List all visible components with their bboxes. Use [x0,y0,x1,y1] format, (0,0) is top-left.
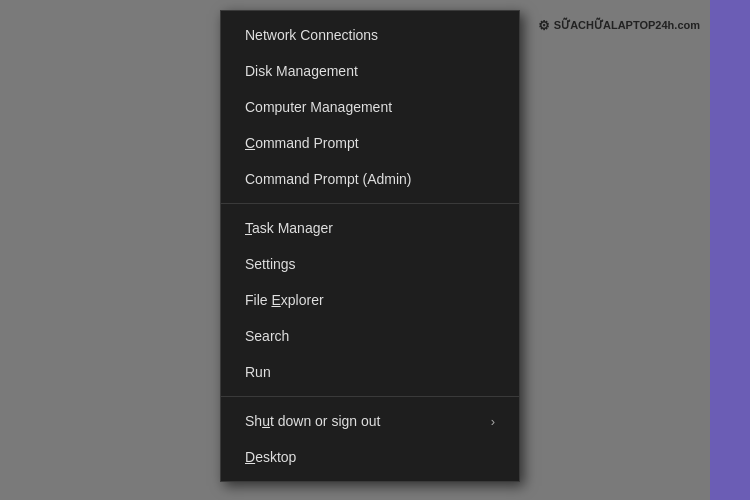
context-menu: Network Connections Disk Management Comp… [220,10,520,482]
menu-label: File Explorer [245,292,324,308]
menu-item-computer-management[interactable]: Computer Management [221,89,519,125]
divider-1 [221,203,519,204]
menu-item-desktop[interactable]: Desktop [221,439,519,475]
menu-item-disk-management[interactable]: Disk Management [221,53,519,89]
taskbar-strip [710,0,750,500]
menu-item-file-explorer[interactable]: File Explorer [221,282,519,318]
underline-e: E [271,292,280,308]
menu-label: Command Prompt (Admin) [245,171,412,187]
menu-item-command-prompt-admin[interactable]: Command Prompt (Admin) [221,161,519,197]
menu-item-task-manager[interactable]: Task Manager [221,210,519,246]
submenu-arrow-icon: › [491,414,495,429]
watermark: ⚙ SỮACHỮALAPTOP24h.com [538,18,700,33]
menu-label: Computer Management [245,99,392,115]
menu-item-search[interactable]: Search [221,318,519,354]
menu-label: Search [245,328,289,344]
menu-item-settings[interactable]: Settings [221,246,519,282]
divider-2 [221,396,519,397]
menu-label: Task Manager [245,220,333,236]
menu-label: Run [245,364,271,380]
menu-label: Command Prompt [245,135,359,151]
watermark-text: SỮACHỮALAPTOP24h.com [554,19,700,32]
menu-item-network-connections[interactable]: Network Connections [221,17,519,53]
underline-c: C [245,135,255,151]
menu-label: Disk Management [245,63,358,79]
watermark-icon: ⚙ [538,18,550,33]
menu-item-command-prompt[interactable]: Command Prompt [221,125,519,161]
menu-label: Desktop [245,449,296,465]
menu-label: Network Connections [245,27,378,43]
menu-label: Settings [245,256,296,272]
underline-u: u [262,413,270,429]
underline-t: T [245,220,252,236]
menu-label: Shut down or sign out [245,413,380,429]
menu-item-run[interactable]: Run [221,354,519,390]
underline-d: D [245,449,255,465]
menu-item-shut-down[interactable]: Shut down or sign out › [221,403,519,439]
